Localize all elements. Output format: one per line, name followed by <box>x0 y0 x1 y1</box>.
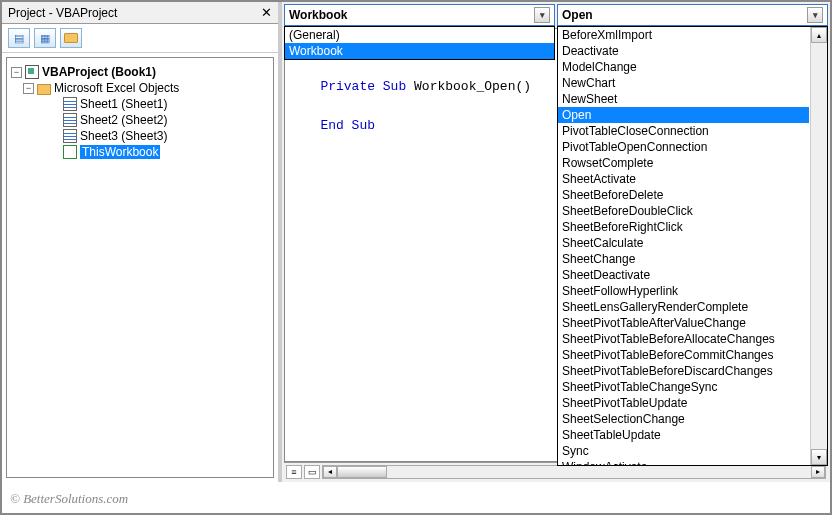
scroll-up-icon[interactable]: ▴ <box>811 27 827 43</box>
dropdown-item[interactable]: SheetPivotTableAfterValueChange <box>558 315 809 331</box>
tree-root-label: VBAProject (Book1) <box>42 65 156 79</box>
chevron-down-icon[interactable]: ▾ <box>807 7 823 23</box>
collapse-icon[interactable]: − <box>11 67 22 78</box>
dropdown-item[interactable]: RowsetComplete <box>558 155 809 171</box>
dropdown-item[interactable]: SheetCalculate <box>558 235 809 251</box>
dropdown-item[interactable]: SheetBeforeDoubleClick <box>558 203 809 219</box>
scroll-down-icon[interactable]: ▾ <box>811 449 827 465</box>
dropdown-item[interactable]: SheetBeforeDelete <box>558 187 809 203</box>
dropdown-item[interactable]: NewSheet <box>558 91 809 107</box>
tree-item-workbook[interactable]: ThisWorkbook <box>11 144 269 160</box>
code-text: Workbook_Open() <box>406 79 531 94</box>
dropdown-item[interactable]: SheetPivotTableUpdate <box>558 395 809 411</box>
full-module-view-button[interactable]: ▭ <box>304 465 320 479</box>
object-combobox[interactable]: Workbook ▾ (General) Workbook <box>284 4 555 26</box>
tree-item-label: Sheet1 (Sheet1) <box>80 97 167 111</box>
combobox-value: Workbook <box>289 8 347 22</box>
tree-item-label: ThisWorkbook <box>80 145 160 159</box>
project-tree[interactable]: − VBAProject (Book1) − Microsoft Excel O… <box>6 57 274 478</box>
project-toolbar: ▤ ▦ <box>2 24 278 53</box>
project-explorer: Project - VBAProject ✕ ▤ ▦ − VBAProject … <box>2 2 282 482</box>
dropdown-item[interactable]: BeforeXmlImport <box>558 27 809 43</box>
dropdown-item[interactable]: SheetSelectionChange <box>558 411 809 427</box>
tree-root[interactable]: − VBAProject (Book1) <box>11 64 269 80</box>
dropdown-item[interactable]: SheetDeactivate <box>558 267 809 283</box>
project-explorer-header: Project - VBAProject ✕ <box>2 2 278 24</box>
scroll-thumb[interactable] <box>337 466 387 478</box>
dropdown-item[interactable]: SheetPivotTableBeforeDiscardChanges <box>558 363 809 379</box>
view-object-button[interactable]: ▦ <box>34 28 56 48</box>
dropdown-item[interactable]: WindowActivate <box>558 459 809 466</box>
collapse-icon[interactable]: − <box>23 83 34 94</box>
tree-item-label: Sheet3 (Sheet3) <box>80 129 167 143</box>
dropdown-item[interactable]: PivotTableOpenConnection <box>558 139 809 155</box>
project-icon <box>25 65 39 79</box>
dropdown-item[interactable]: Sync <box>558 443 809 459</box>
tree-item-sheet[interactable]: Sheet3 (Sheet3) <box>11 128 269 144</box>
code-keyword: Private Sub <box>320 79 406 94</box>
scroll-left-icon[interactable]: ◂ <box>323 466 337 478</box>
procedure-combobox[interactable]: Open ▾ ▴ ▾ BeforeXmlImportDeactivateMode… <box>557 4 828 26</box>
object-dropdown: (General) Workbook <box>284 26 555 60</box>
code-panel: Workbook ▾ (General) Workbook Open ▾ ▴ ▾… <box>282 2 830 482</box>
dropdown-item[interactable]: SheetActivate <box>558 171 809 187</box>
view-code-button[interactable]: ▤ <box>8 28 30 48</box>
scroll-right-icon[interactable]: ▸ <box>811 466 825 478</box>
procedure-view-button[interactable]: ≡ <box>286 465 302 479</box>
watermark: © BetterSolutions.com <box>10 491 128 507</box>
dropdown-item[interactable]: SheetPivotTableBeforeAllocateChanges <box>558 331 809 347</box>
dropdown-item[interactable]: SheetFollowHyperlink <box>558 283 809 299</box>
horizontal-scrollbar[interactable]: ◂ ▸ <box>322 465 826 479</box>
dropdown-item[interactable]: (General) <box>285 27 554 43</box>
dropdown-item[interactable]: SheetPivotTableChangeSync <box>558 379 809 395</box>
dropdown-item[interactable]: SheetBeforeRightClick <box>558 219 809 235</box>
scrollbar[interactable]: ▴ ▾ <box>810 27 827 465</box>
dropdown-item[interactable]: Workbook <box>285 43 554 59</box>
folder-icon <box>37 84 51 95</box>
combobox-value: Open <box>562 8 593 22</box>
sheet-icon <box>63 97 77 111</box>
dropdown-item[interactable]: Deactivate <box>558 43 809 59</box>
tree-item-label: Sheet2 (Sheet2) <box>80 113 167 127</box>
dropdown-item[interactable]: Open <box>558 107 809 123</box>
tree-item-sheet[interactable]: Sheet2 (Sheet2) <box>11 112 269 128</box>
sheet-icon <box>63 129 77 143</box>
toggle-folders-button[interactable] <box>60 28 82 48</box>
folder-icon <box>64 33 78 43</box>
tree-item-sheet[interactable]: Sheet1 (Sheet1) <box>11 96 269 112</box>
workbook-icon <box>63 145 77 159</box>
dropdown-item[interactable]: SheetPivotTableBeforeCommitChanges <box>558 347 809 363</box>
dropdown-item[interactable]: NewChart <box>558 75 809 91</box>
close-icon[interactable]: ✕ <box>261 5 272 20</box>
dropdown-item[interactable]: SheetLensGalleryRenderComplete <box>558 299 809 315</box>
dropdown-item[interactable]: SheetChange <box>558 251 809 267</box>
procedure-dropdown: ▴ ▾ BeforeXmlImportDeactivateModelChange… <box>557 26 828 466</box>
tree-folder[interactable]: − Microsoft Excel Objects <box>11 80 269 96</box>
tree-folder-label: Microsoft Excel Objects <box>54 81 179 95</box>
dropdown-item[interactable]: SheetTableUpdate <box>558 427 809 443</box>
dropdown-item[interactable]: ModelChange <box>558 59 809 75</box>
dropdown-item[interactable]: PivotTableCloseConnection <box>558 123 809 139</box>
code-keyword: End Sub <box>320 118 375 133</box>
project-explorer-title: Project - VBAProject <box>8 6 117 20</box>
sheet-icon <box>63 113 77 127</box>
chevron-down-icon[interactable]: ▾ <box>534 7 550 23</box>
